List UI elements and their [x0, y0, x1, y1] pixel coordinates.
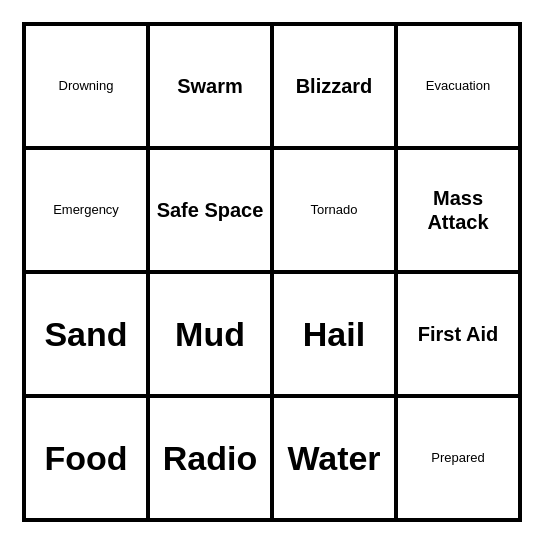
bingo-cell-11: First Aid	[396, 272, 520, 396]
bingo-cell-12: Food	[24, 396, 148, 520]
bingo-cell-3: Evacuation	[396, 24, 520, 148]
bingo-cell-1: Swarm	[148, 24, 272, 148]
bingo-cell-10: Hail	[272, 272, 396, 396]
bingo-cell-15: Prepared	[396, 396, 520, 520]
bingo-cell-7: Mass Attack	[396, 148, 520, 272]
bingo-board: DrowningSwarmBlizzardEvacuationEmergency…	[22, 22, 522, 522]
bingo-cell-0: Drowning	[24, 24, 148, 148]
bingo-cell-14: Water	[272, 396, 396, 520]
bingo-cell-9: Mud	[148, 272, 272, 396]
bingo-cell-5: Safe Space	[148, 148, 272, 272]
bingo-cell-8: Sand	[24, 272, 148, 396]
bingo-cell-13: Radio	[148, 396, 272, 520]
bingo-cell-4: Emergency	[24, 148, 148, 272]
bingo-cell-6: Tornado	[272, 148, 396, 272]
bingo-cell-2: Blizzard	[272, 24, 396, 148]
